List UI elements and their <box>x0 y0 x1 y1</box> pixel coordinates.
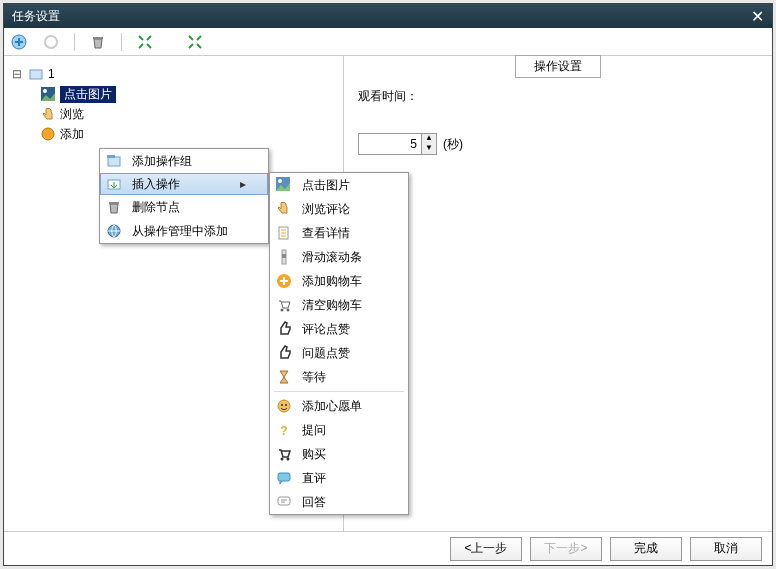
svg-point-21 <box>281 404 283 406</box>
submenu-label: 提问 <box>302 422 326 439</box>
submenu-label: 等待 <box>302 369 326 386</box>
doc-icon <box>274 223 294 243</box>
answer-icon <box>274 492 294 512</box>
context-menu: 添加操作组 插入操作 ▸ 删除节点 从操作管理中添加 <box>99 148 269 244</box>
titlebar: 任务设置 ✕ <box>4 4 772 28</box>
svg-point-19 <box>287 309 290 312</box>
thumb-icon <box>274 319 294 339</box>
svg-point-22 <box>285 404 287 406</box>
image-icon <box>274 175 294 195</box>
menu-label: 从操作管理中添加 <box>132 223 228 240</box>
cancel-button[interactable]: 取消 <box>690 537 762 561</box>
dialog-title: 任务设置 <box>12 8 60 25</box>
cart-clear-icon <box>274 295 294 315</box>
tab-label: 操作设置 <box>534 59 582 73</box>
svg-point-13 <box>278 179 282 183</box>
watch-time-spinner[interactable]: ▲ ▼ <box>358 133 437 155</box>
svg-rect-8 <box>107 155 115 158</box>
submenu-label: 问题点赞 <box>302 345 350 362</box>
trash-icon[interactable] <box>89 33 107 51</box>
toolbar-separator <box>121 33 122 51</box>
tree-item-label: 点击图片 <box>60 86 116 103</box>
svg-point-1 <box>45 36 57 48</box>
disabled-icon <box>42 33 60 51</box>
thumb2-icon <box>274 343 294 363</box>
hand-icon <box>40 106 56 122</box>
svg-point-20 <box>278 400 290 412</box>
svg-rect-27 <box>278 497 290 505</box>
submenu-label: 直评 <box>302 470 326 487</box>
settings-panel: 操作设置 观看时间： ▲ ▼ (秒) <box>344 56 772 531</box>
question-icon: ? <box>274 420 294 440</box>
submenu-label: 购买 <box>302 446 326 463</box>
expand-icon[interactable] <box>136 33 154 51</box>
submenu-label: 回答 <box>302 494 326 511</box>
scroll-icon <box>274 247 294 267</box>
menu-delete-node[interactable]: 删除节点 <box>100 195 268 219</box>
add-icon[interactable] <box>10 33 28 51</box>
menu-add-from-manager[interactable]: 从操作管理中添加 <box>100 219 268 243</box>
hourglass-icon <box>274 367 294 387</box>
tree-root-label: 1 <box>48 67 55 81</box>
watch-time-label: 观看时间： <box>358 88 758 105</box>
menu-label: 添加操作组 <box>132 153 192 170</box>
spinner-down-icon[interactable]: ▼ <box>422 144 436 154</box>
chevron-right-icon: ▸ <box>240 177 246 191</box>
svg-point-24 <box>281 458 284 461</box>
tree-item-label: 添加 <box>60 126 84 143</box>
watch-time-input[interactable] <box>359 134 421 154</box>
dialog-footer: <上一步 下一步> 完成 取消 <box>4 531 772 565</box>
tree-item[interactable]: 浏览 <box>10 104 337 124</box>
tree-panel: ⊟ 1 点击图片 浏览 添加 <box>4 56 344 531</box>
svg-point-18 <box>281 309 284 312</box>
buy-icon <box>274 444 294 464</box>
prev-button[interactable]: <上一步 <box>450 537 522 561</box>
task-settings-dialog: 任务设置 ✕ ⊟ 1 <box>3 3 773 566</box>
submenu-label: 评论点赞 <box>302 321 350 338</box>
watch-time-unit: (秒) <box>443 136 463 153</box>
image-icon <box>40 86 56 102</box>
cart-add-icon <box>274 271 294 291</box>
globe-icon <box>104 221 124 241</box>
tab-operation-settings[interactable]: 操作设置 <box>515 55 601 78</box>
collapse-icon[interactable] <box>186 33 204 51</box>
submenu-label: 点击图片 <box>302 177 350 194</box>
content-area: ⊟ 1 点击图片 浏览 添加 <box>4 56 772 531</box>
svg-rect-16 <box>282 254 286 258</box>
next-button: 下一步> <box>530 537 602 561</box>
menu-label: 删除节点 <box>132 199 180 216</box>
tree: ⊟ 1 点击图片 浏览 添加 <box>8 60 339 148</box>
hand-icon <box>274 199 294 219</box>
close-icon[interactable]: ✕ <box>751 7 764 26</box>
svg-rect-10 <box>109 202 119 204</box>
svg-rect-3 <box>30 70 42 79</box>
menu-insert-operation[interactable]: 插入操作 ▸ <box>100 173 268 195</box>
folder-icon <box>28 66 44 82</box>
svg-point-25 <box>287 458 290 461</box>
tree-item-label: 浏览 <box>60 106 84 123</box>
svg-text:?: ? <box>280 424 287 438</box>
toolbar <box>4 28 772 56</box>
menu-label: 插入操作 <box>132 176 180 193</box>
svg-rect-7 <box>108 157 120 166</box>
wish-icon <box>274 396 294 416</box>
tree-item[interactable]: 添加 <box>10 124 337 144</box>
tree-root[interactable]: ⊟ 1 <box>10 64 337 84</box>
submenu-label: 浏览评论 <box>302 201 350 218</box>
tree-item[interactable]: 点击图片 <box>10 84 337 104</box>
trash-icon <box>104 197 124 217</box>
svg-point-5 <box>43 89 47 93</box>
comment-icon <box>274 468 294 488</box>
finish-button[interactable]: 完成 <box>610 537 682 561</box>
toolbar-separator <box>74 33 75 51</box>
submenu-label: 查看详情 <box>302 225 350 242</box>
svg-rect-26 <box>278 473 290 481</box>
menu-add-group[interactable]: 添加操作组 <box>100 149 268 173</box>
svg-rect-2 <box>93 37 103 39</box>
group-icon <box>104 151 124 171</box>
svg-point-6 <box>42 128 54 140</box>
insert-icon <box>104 174 124 194</box>
ball-icon <box>40 126 56 142</box>
